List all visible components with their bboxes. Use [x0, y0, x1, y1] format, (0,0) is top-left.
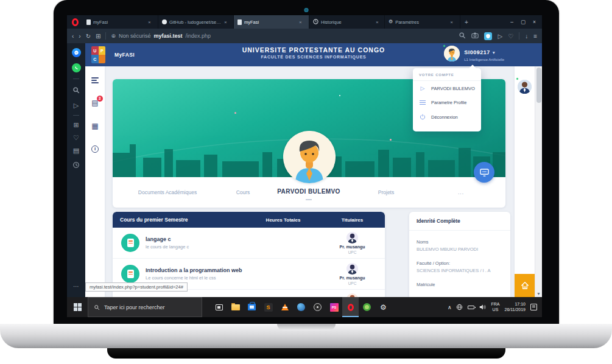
phpstorm-icon: PS [330, 303, 339, 312]
notification-badge: 3 [97, 96, 103, 102]
field-label: Faculté / Option: [417, 261, 503, 266]
taskbar-search-box[interactable]: Taper ici pour rechercher [88, 297, 202, 317]
play-icon: ▷ [419, 85, 426, 91]
tab-myfasi-active[interactable]: myFasi × [234, 15, 309, 29]
disc-app-button[interactable] [309, 297, 326, 317]
close-button[interactable]: × [533, 19, 536, 25]
maximize-button[interactable]: ▢ [521, 19, 526, 25]
nav-more[interactable]: ... [458, 189, 464, 195]
tab-settings[interactable]: ⚙ Paramètres × [385, 15, 460, 29]
tab-history[interactable]: Historique × [309, 15, 385, 29]
blue-app-button[interactable] [293, 297, 309, 317]
hidden-icons-chevron[interactable]: ∧ [448, 304, 452, 310]
network-globe-icon[interactable] [456, 304, 463, 310]
webcam [304, 8, 309, 12]
battery-icon[interactable] [468, 306, 474, 309]
site-body: ▤3 ▦ i [85, 66, 542, 297]
gear-icon: ⚙ [380, 303, 387, 312]
teacher-org: UPC [348, 250, 357, 254]
tab-close-icon[interactable]: × [376, 19, 379, 25]
contact-avatar[interactable] [518, 80, 532, 94]
speed-dial-icon[interactable]: ⊞ [73, 122, 79, 128]
sublime-text-button[interactable]: S [260, 297, 276, 317]
opera-logo-icon [72, 18, 79, 26]
search-icon[interactable] [459, 32, 466, 40]
windows-taskbar: Taper ici pour rechercher S PS ⚙ ∧ [67, 297, 542, 317]
app-right-rail [515, 66, 535, 297]
calendar-icon[interactable]: ▦ [91, 122, 98, 130]
github-favicon [162, 19, 167, 24]
table-row[interactable]: langage c le cours de langage c Pr. musa… [113, 228, 385, 259]
file-explorer-button[interactable] [227, 297, 244, 317]
user-menu-trigger[interactable]: SI009217▾ L1 Intelligence Artificielle [444, 46, 504, 61]
tab-myfasi-1[interactable]: myFasi × [83, 15, 158, 29]
tab-tiles-icon[interactable]: ⊞ [96, 33, 100, 40]
minimize-button[interactable]: – [510, 19, 513, 25]
menu-item-logout[interactable]: Déconnexion [413, 110, 481, 124]
sidebar-setup-icon[interactable]: ≡ [533, 33, 537, 40]
snapshot-camera-icon[interactable] [471, 32, 479, 40]
flow-paper-plane-icon[interactable]: ▷ [74, 102, 79, 109]
phpstorm-button[interactable]: PS [326, 297, 342, 317]
bookmarks-heart-icon[interactable]: ♡ [73, 135, 79, 141]
scrollbar-thumb[interactable] [536, 68, 541, 103]
address-bar[interactable]: ⊕ Non sécurisé myfasi.test/index.php [111, 33, 211, 39]
web-page: ▷ ⊞ ♡ ▤ ⋯ U P C [67, 43, 542, 297]
info-icon[interactable]: i [91, 145, 99, 153]
menu-sliders-icon[interactable] [91, 77, 99, 83]
microsoft-store-button[interactable] [244, 297, 260, 317]
download-icon[interactable]: ↓ [525, 33, 528, 40]
sidebar-search-icon[interactable] [72, 85, 80, 96]
personal-news-icon[interactable]: ▤ [73, 147, 79, 154]
laptop-foot-shadow [107, 348, 505, 359]
tab-close-icon[interactable]: × [224, 19, 227, 25]
vlc-button[interactable] [276, 297, 293, 317]
forward-button[interactable]: › [79, 33, 80, 40]
clock[interactable]: 17:10 26/11/2019 [504, 302, 526, 313]
tab-close-icon[interactable]: × [450, 19, 453, 25]
task-view-button[interactable] [211, 297, 227, 317]
sublime-icon: S [264, 303, 273, 312]
whatsapp-icon[interactable] [72, 63, 81, 72]
folder-icon [231, 304, 240, 310]
sidebar-more-icon[interactable]: ⋯ [73, 283, 79, 290]
messenger-icon[interactable] [72, 48, 81, 57]
scrollbar-down-arrow[interactable]: ▼ [536, 292, 541, 296]
settings-button[interactable]: ⚙ [375, 297, 392, 317]
profile-name-underline [306, 199, 312, 200]
nav-cours[interactable]: Cours [236, 189, 250, 195]
green-app-button[interactable] [359, 297, 375, 317]
opera-button-active[interactable] [342, 297, 359, 317]
field-label: Matricule [417, 282, 503, 287]
time: 17:10 [515, 302, 526, 307]
system-tray: ∧ FRA US 17:10 26/11/2019 [448, 297, 542, 317]
history-clock-icon[interactable] [72, 160, 80, 171]
action-center-icon[interactable] [530, 304, 537, 310]
menu-item-settings[interactable]: Parametre Profile [413, 96, 481, 110]
news-icon[interactable]: ▤3 [91, 99, 98, 107]
language-indicator[interactable]: FRA US [491, 302, 499, 313]
nav-projets[interactable]: Projets [378, 189, 394, 195]
tab-close-icon[interactable]: × [299, 19, 302, 25]
new-tab-button[interactable]: + [460, 15, 473, 29]
volume-icon[interactable] [479, 304, 486, 310]
back-button[interactable]: ‹ [72, 33, 74, 40]
bookmark-heart-icon[interactable]: ♡ [508, 33, 513, 40]
tab-close-icon[interactable]: × [148, 19, 151, 25]
store-bag-icon [248, 304, 256, 310]
site-info-icon[interactable]: ⊕ [111, 33, 116, 39]
table-header: Cours du premier Semestre Heures Totales… [113, 212, 385, 228]
start-button[interactable] [67, 297, 88, 317]
course-icon [121, 265, 139, 283]
vpn-shield-icon[interactable] [484, 32, 492, 40]
course-subtitle: le cours de langage c [146, 244, 189, 250]
my-flow-icon[interactable]: ▷ [498, 33, 502, 40]
reload-button[interactable]: ↻ [86, 33, 91, 40]
opera-menu-button[interactable] [67, 15, 83, 29]
nav-documents-academiques[interactable]: Documents Académiques [138, 189, 197, 195]
menu-item-profile[interactable]: ▷ PARVODI BULEMVO [413, 81, 481, 96]
home-button[interactable] [515, 274, 535, 297]
page-scrollbar[interactable]: ▼ [535, 66, 542, 297]
tab-github[interactable]: GitHub - ludoguenet/searc × [158, 15, 234, 29]
profile-photo[interactable] [283, 131, 336, 183]
